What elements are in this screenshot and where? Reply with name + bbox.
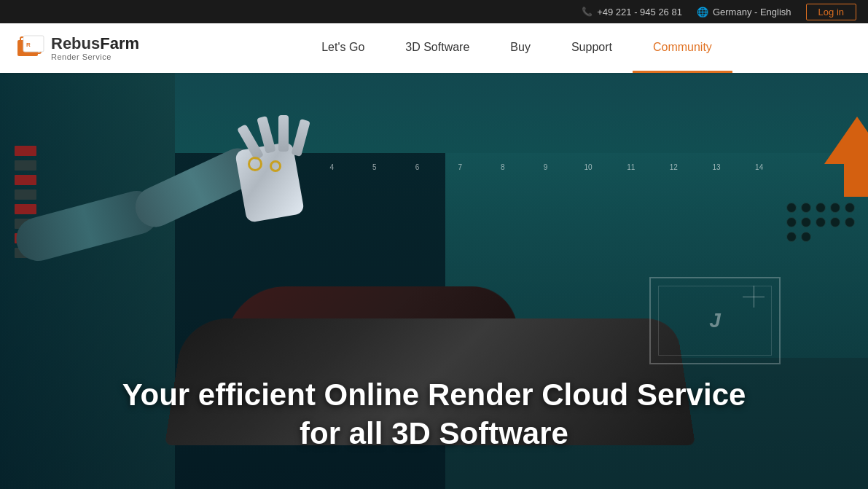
arm-hand xyxy=(226,124,321,255)
joint-ring-1 xyxy=(248,157,262,171)
panel-letter: J xyxy=(709,309,721,332)
region-label: Germany - English xyxy=(713,7,791,17)
nav-link-3d-software[interactable]: 3D Software xyxy=(385,23,490,73)
logo-icon: R xyxy=(17,34,45,62)
phone-icon: 📞 xyxy=(582,7,593,17)
hero-section: 1 2 3 4 5 6 7 8 9 10 11 12 13 14 xyxy=(0,73,868,489)
circle-10 xyxy=(845,217,855,227)
ruler-6: 6 xyxy=(396,163,439,171)
hero-title: Your efficient Online Render Cloud Servi… xyxy=(15,376,853,453)
nav-link-lets-go[interactable]: Let's Go xyxy=(301,23,385,73)
circle-6 xyxy=(786,217,797,227)
phone-number: +49 221 - 945 26 81 xyxy=(597,7,682,17)
hero-title-line1: Your efficient Online Render Cloud Servi… xyxy=(122,377,746,412)
circle-4 xyxy=(830,203,840,213)
circle-8 xyxy=(816,217,826,227)
panel-detail-box: J xyxy=(649,277,781,364)
ruler-12: 12 xyxy=(652,163,695,171)
finger-3 xyxy=(278,115,289,152)
region-selector[interactable]: 🌐 Germany - English xyxy=(697,7,791,17)
circle-5 xyxy=(845,203,855,213)
main-nav: R RebusFarm Render Service Let's Go 3D S… xyxy=(0,23,868,73)
svg-text:R: R xyxy=(26,42,31,48)
logo-subtitle: Render Service xyxy=(51,52,139,61)
nav-link-community[interactable]: Community xyxy=(633,23,732,73)
ruler-11: 11 xyxy=(609,163,652,171)
login-button[interactable]: Log in xyxy=(806,4,856,20)
ruler-10: 10 xyxy=(567,163,610,171)
hero-text: Your efficient Online Render Cloud Servi… xyxy=(0,361,868,467)
logo-rebus: Rebus xyxy=(51,34,100,52)
nav-link-buy[interactable]: Buy xyxy=(490,23,551,73)
ruler-14: 14 xyxy=(738,163,781,171)
scroll-up-arrow[interactable] xyxy=(824,117,868,197)
hand-palm xyxy=(235,141,305,223)
circle-9 xyxy=(830,217,840,227)
logo-name: RebusFarm xyxy=(51,35,139,52)
hero-title-line2: for all 3D Software xyxy=(300,416,568,450)
globe-icon: 🌐 xyxy=(697,7,708,17)
crosshair-detail xyxy=(743,286,765,308)
nav-link-support[interactable]: Support xyxy=(551,23,633,73)
circle-3 xyxy=(816,203,826,213)
ruler-9: 9 xyxy=(524,163,567,171)
ruler-13: 13 xyxy=(695,163,738,171)
robot-arm xyxy=(0,95,364,350)
ruler-8: 8 xyxy=(481,163,524,171)
nav-links: Let's Go 3D Software Buy Support Communi… xyxy=(183,23,851,73)
circle-1 xyxy=(786,203,797,213)
phone-info: 📞 +49 221 - 945 26 81 xyxy=(582,7,682,17)
logo-farm: Farm xyxy=(100,34,139,52)
circle-2 xyxy=(801,203,811,213)
logo[interactable]: R RebusFarm Render Service xyxy=(17,34,139,62)
logo-text: RebusFarm Render Service xyxy=(51,35,139,61)
joint-ring-2 xyxy=(270,160,281,172)
top-bar: 📞 +49 221 - 945 26 81 🌐 Germany - Englis… xyxy=(0,0,868,23)
finger-4 xyxy=(291,119,310,157)
circle-7 xyxy=(801,217,811,227)
ruler-7: 7 xyxy=(439,163,482,171)
